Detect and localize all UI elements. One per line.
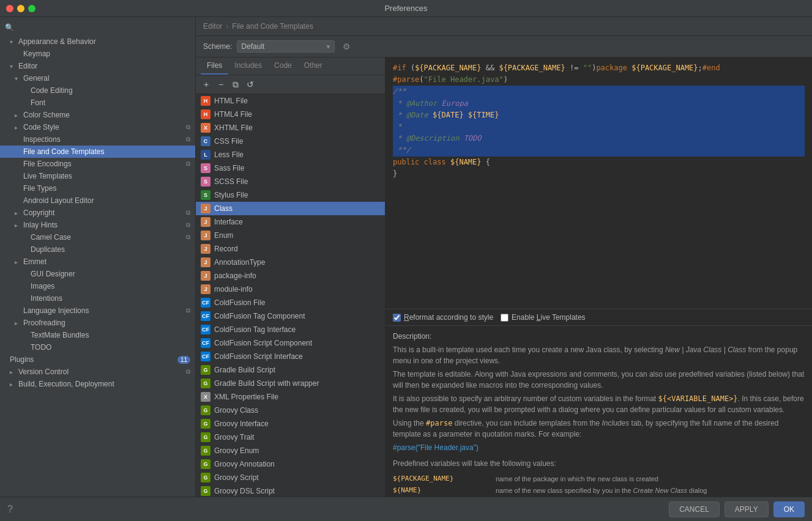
template-item-coldfusion-tag-component[interactable]: CF ColdFusion Tag Component: [196, 309, 385, 323]
live-templates-checkbox[interactable]: [501, 314, 508, 322]
file-type-icon: J: [201, 257, 210, 267]
sidebar-item-camel-case[interactable]: Camel Case⧉: [0, 231, 195, 243]
ok-button[interactable]: OK: [773, 501, 805, 517]
sidebar-item-code-editing[interactable]: Code Editing: [0, 84, 195, 97]
template-item-stylus-file[interactable]: S Stylus File: [196, 188, 385, 202]
template-item-groovy-script[interactable]: G Groovy Script: [196, 471, 385, 484]
template-item-css-file[interactable]: C CSS File: [196, 135, 385, 148]
template-item-groovy-enum[interactable]: G Groovy Enum: [196, 444, 385, 457]
template-item-coldfusion-script-component[interactable]: CF ColdFusion Script Component: [196, 336, 385, 350]
template-item-groovy-class[interactable]: G Groovy Class: [196, 404, 385, 417]
sidebar-item-todo[interactable]: TODO: [0, 341, 195, 353]
sidebar-item-appearance[interactable]: ▾Appearance & Behavior: [0, 35, 195, 48]
scheme-select[interactable]: Default: [237, 40, 335, 53]
sidebar-item-proofreading[interactable]: ▸Proofreading: [0, 317, 195, 329]
template-item-coldfusion-tag-interface[interactable]: CF ColdFusion Tag Interface: [196, 323, 385, 336]
sidebar-item-textmate-bundles[interactable]: TextMate Bundles: [0, 329, 195, 341]
reset-template-button[interactable]: ↺: [244, 78, 257, 91]
file-type-icon: G: [201, 405, 210, 415]
gear-button[interactable]: ⚙: [340, 40, 353, 53]
template-item-label: Stylus File: [214, 191, 248, 199]
apply-button[interactable]: APPLY: [724, 501, 769, 517]
sidebar-item-file-types[interactable]: File Types: [0, 182, 195, 194]
template-item-label: XML Properties File: [214, 393, 278, 401]
template-item-coldfusion-script-interface[interactable]: CF ColdFusion Script Interface: [196, 350, 385, 363]
template-item-label: Groovy Annotation: [214, 460, 275, 468]
sidebar-item-android-layout[interactable]: Android Layout Editor: [0, 194, 195, 207]
var-desc-package: name of the package in which the new cla…: [496, 474, 805, 484]
sidebar-item-file-encodings[interactable]: File Encodings⧉: [0, 158, 195, 170]
tab-code[interactable]: Code: [268, 57, 298, 75]
template-item-interface[interactable]: J Interface: [196, 215, 385, 229]
remove-template-button[interactable]: −: [214, 78, 228, 91]
file-type-icon: H: [201, 96, 210, 106]
template-item-label: Groovy DSL Script: [214, 487, 275, 495]
sidebar-item-live-templates[interactable]: Live Templates: [0, 170, 195, 182]
template-item-package-info[interactable]: J package-info: [196, 269, 385, 283]
sidebar-item-file-code-templates[interactable]: File and Code Templates: [0, 146, 195, 158]
close-button[interactable]: [6, 5, 13, 12]
sidebar-item-keymap[interactable]: Keymap: [0, 48, 195, 60]
copy-template-button[interactable]: ⧉: [229, 78, 242, 91]
right-panel: Editor › File and Code Templates Scheme:…: [196, 17, 812, 497]
maximize-button[interactable]: [28, 5, 35, 12]
sidebar-item-font[interactable]: Font: [0, 97, 195, 109]
reformat-checkbox-wrap[interactable]: Reformat according to style: [393, 313, 493, 322]
template-item-coldfusion-file[interactable]: CF ColdFusion File: [196, 296, 385, 309]
template-item-gradle-build-script-wrapper[interactable]: G Gradle Build Script with wrapper: [196, 377, 385, 390]
file-type-icon: J: [201, 204, 210, 213]
sidebar-item-color-scheme[interactable]: ▸Color Scheme: [0, 109, 195, 121]
sidebar-item-label: Android Layout Editor: [23, 196, 94, 205]
template-item-groovy-dsl-script[interactable]: G Groovy DSL Script: [196, 484, 385, 497]
template-item-groovy-annotation[interactable]: G Groovy Annotation: [196, 457, 385, 471]
sidebar-item-build-execution[interactable]: ▸Build, Execution, Deployment: [0, 378, 195, 390]
sidebar-item-editor[interactable]: ▾Editor: [0, 60, 195, 72]
template-item-enum[interactable]: J Enum: [196, 229, 385, 242]
cancel-button[interactable]: CANCEL: [669, 501, 720, 517]
sidebar-item-plugins[interactable]: Plugins11: [0, 353, 195, 366]
sidebar-item-images[interactable]: Images: [0, 280, 195, 292]
sidebar-item-version-control[interactable]: ▸Version Control⧉: [0, 366, 195, 378]
sidebar-item-code-style[interactable]: ▸Code Style⧉: [0, 121, 195, 133]
var-name-name: ${NAME}: [393, 486, 491, 496]
template-item-sass-file[interactable]: S Sass File: [196, 161, 385, 175]
sidebar-item-general[interactable]: ▾General: [0, 72, 195, 84]
minimize-button[interactable]: [17, 5, 24, 12]
sidebar-item-inlay-hints[interactable]: ▸Inlay Hints⧉: [0, 219, 195, 231]
template-item-html-file[interactable]: H HTML File: [196, 94, 385, 108]
template-item-record[interactable]: J Record: [196, 242, 385, 256]
template-item-scss-file[interactable]: S SCSS File: [196, 175, 385, 188]
template-item-xml-properties[interactable]: X XML Properties File: [196, 390, 385, 404]
tab-includes[interactable]: Includes: [228, 57, 268, 75]
live-templates-checkbox-wrap[interactable]: Enable Live Templates: [501, 313, 586, 322]
template-item-groovy-interface[interactable]: G Groovy Interface: [196, 417, 385, 430]
template-item-html4-file[interactable]: H HTML4 File: [196, 108, 385, 121]
sidebar-item-gui-designer[interactable]: GUI Designer: [0, 268, 195, 280]
editor-panel: #if (${PACKAGE_NAME} && ${PACKAGE_NAME} …: [386, 57, 812, 497]
sidebar-item-emmet[interactable]: ▸Emmet: [0, 256, 195, 268]
badge: 11: [177, 356, 190, 364]
tab-other[interactable]: Other: [298, 57, 329, 75]
template-item-module-info[interactable]: J module-info: [196, 283, 385, 296]
sidebar-item-copyright[interactable]: ▸Copyright⧉: [0, 207, 195, 219]
sidebar-item-inspections[interactable]: Inspections⧉: [0, 133, 195, 146]
template-item-label: package-info: [214, 272, 256, 280]
template-item-groovy-trait[interactable]: G Groovy Trait: [196, 430, 385, 444]
file-type-icon: S: [201, 177, 210, 187]
template-item-less-file[interactable]: L Less File: [196, 148, 385, 161]
add-template-button[interactable]: +: [199, 78, 213, 91]
sidebar-item-duplicates[interactable]: Duplicates: [0, 243, 195, 256]
template-item-label: Enum: [214, 231, 233, 240]
help-button[interactable]: ?: [7, 504, 13, 515]
sidebar-item-language-injections[interactable]: Language Injections⧉: [0, 305, 195, 317]
template-item-annotation-type[interactable]: J AnnotationType: [196, 256, 385, 269]
code-editor[interactable]: #if (${PACKAGE_NAME} && ${PACKAGE_NAME} …: [386, 57, 812, 309]
template-item-gradle-build-script[interactable]: G Gradle Build Script: [196, 363, 385, 377]
file-type-icon: G: [201, 419, 210, 429]
sidebar-item-intentions[interactable]: Intentions: [0, 292, 195, 305]
template-item-class[interactable]: J Class: [196, 202, 385, 215]
tab-files[interactable]: Files: [201, 57, 228, 75]
expand-arrow-icon: ▸: [10, 369, 16, 375]
reformat-checkbox[interactable]: [393, 314, 401, 322]
template-item-xhtml-file[interactable]: X XHTML File: [196, 121, 385, 135]
